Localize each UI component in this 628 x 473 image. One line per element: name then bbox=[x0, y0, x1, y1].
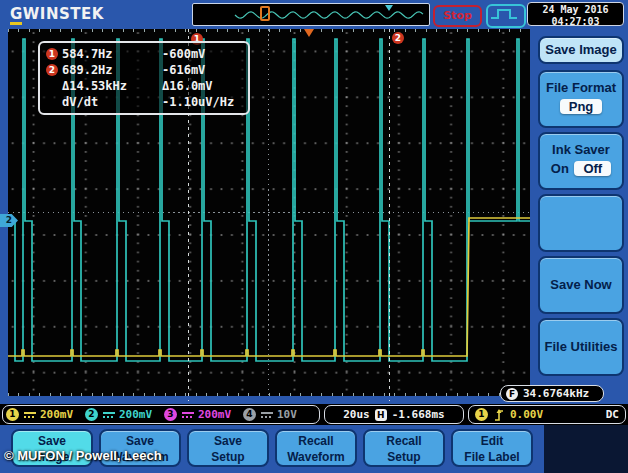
channel2-scale: 200mV bbox=[119, 408, 152, 421]
cursor1-marker-icon: 1 bbox=[46, 48, 58, 60]
channel2-badge: 2 bbox=[85, 408, 98, 421]
channel1-badge: 1 bbox=[6, 408, 19, 421]
recall-waveform-menu-button[interactable]: Recall Waveform bbox=[275, 429, 357, 467]
dvdt-label: dV/dt bbox=[62, 94, 162, 110]
save-setup-menu-button[interactable]: Save Setup bbox=[187, 429, 269, 467]
measurement-overlay: 1 584.7Hz -600mV 2 689.2Hz -616mV Δ14.53… bbox=[38, 41, 250, 115]
cursor2-voltage: -616mV bbox=[162, 62, 242, 78]
watermark-credit: © MUFON / Powell, Leech bbox=[4, 448, 162, 463]
frequency-value: 34.6764kHz bbox=[523, 387, 589, 400]
trigger-source-badge: 1 bbox=[475, 408, 488, 421]
file-utilities-button[interactable]: File Utilities bbox=[538, 318, 624, 376]
cursor1-voltage: -600mV bbox=[162, 46, 242, 62]
dvdt-value: -1.10uV/Hz bbox=[162, 94, 242, 110]
cursor2-badge[interactable]: 2 bbox=[392, 32, 404, 44]
channel-settings-box: 1 200mV 2 200mV 3 200mV 4 10V bbox=[2, 405, 320, 424]
cursor2-frequency: 689.2Hz bbox=[62, 62, 162, 78]
trigger-status-box: 1 0.00V DC bbox=[468, 405, 626, 424]
ink-saver-on-option[interactable]: On bbox=[551, 161, 569, 176]
channel4-badge: 4 bbox=[243, 408, 256, 421]
trigger-position-marker[interactable] bbox=[304, 29, 314, 37]
pulse-icon bbox=[488, 6, 520, 22]
measurement-row: 1 584.7Hz -600mV bbox=[46, 46, 242, 62]
trigger-coupling-value: DC bbox=[606, 408, 619, 421]
delta-frequency: Δ14.53kHz bbox=[62, 78, 162, 94]
date-text: 24 May 2016 bbox=[528, 4, 623, 16]
button-label: Recall bbox=[277, 433, 355, 449]
frequency-badge-icon: F bbox=[506, 388, 518, 400]
button-label: Setup bbox=[365, 449, 443, 465]
menu-title-label: Save Image bbox=[545, 42, 617, 57]
file-utilities-label: File Utilities bbox=[545, 339, 618, 354]
cursor2-line[interactable] bbox=[389, 29, 390, 401]
time-text: 04:27:03 bbox=[528, 16, 623, 28]
button-label: Save bbox=[189, 433, 267, 449]
ink-saver-button[interactable]: Ink Saver On Off bbox=[538, 132, 624, 190]
button-label: Setup bbox=[189, 449, 267, 465]
delta-voltage: Δ16.0mV bbox=[162, 78, 242, 94]
ink-saver-off-option[interactable]: Off bbox=[574, 161, 611, 176]
file-format-button[interactable]: File Format Png bbox=[538, 70, 624, 128]
graticule-area: 1 2 2 1 584.7Hz -600mV 2 689.2Hz -616mV … bbox=[8, 29, 530, 396]
channel3-scale: 200mV bbox=[198, 408, 231, 421]
dc-coupling-icon bbox=[24, 411, 36, 419]
channel3-status[interactable]: 3 200mV bbox=[161, 408, 240, 421]
channel4-status[interactable]: 4 10V bbox=[240, 408, 319, 421]
blank-menu-button[interactable] bbox=[538, 194, 624, 252]
dc-coupling-icon bbox=[182, 411, 194, 419]
trigger-level-value: 0.00V bbox=[510, 408, 543, 421]
button-label: Save bbox=[101, 433, 179, 449]
timebase-box: 20us H -1.668ms bbox=[324, 405, 464, 424]
run-state-indicator[interactable]: Stop bbox=[433, 5, 482, 27]
oscilloscope-screen: GWINSTEK Stop 24 May 2016 04:27:03 bbox=[0, 0, 628, 473]
save-now-label: Save Now bbox=[550, 277, 611, 292]
edit-file-label-menu-button[interactable]: Edit File Label bbox=[451, 429, 533, 467]
measurement-row: 2 689.2Hz -616mV bbox=[46, 62, 242, 78]
status-bar: 1 200mV 2 200mV 3 200mV 4 10V 20us H bbox=[0, 404, 628, 425]
save-now-button[interactable]: Save Now bbox=[538, 256, 624, 314]
horizontal-position-value: -1.668ms bbox=[392, 408, 445, 421]
timebase-value: 20us bbox=[343, 408, 370, 421]
channel4-scale: 10V bbox=[277, 408, 297, 421]
cursor1-frequency: 584.7Hz bbox=[62, 46, 162, 62]
trigger-frequency-readout: F 34.6764kHz bbox=[500, 385, 604, 402]
recall-setup-menu-button[interactable]: Recall Setup bbox=[363, 429, 445, 467]
channel1-status[interactable]: 1 200mV bbox=[3, 408, 82, 421]
button-label: Save bbox=[13, 433, 91, 449]
button-label: Waveform bbox=[277, 449, 355, 465]
trigger-pulse-button[interactable] bbox=[486, 4, 526, 28]
file-format-label: File Format bbox=[540, 80, 622, 95]
ink-saver-label: Ink Saver bbox=[540, 142, 622, 157]
button-label: Recall bbox=[365, 433, 443, 449]
brand-logo: GWINSTEK bbox=[10, 5, 104, 23]
measurement-row: dV/dt -1.10uV/Hz bbox=[46, 94, 242, 110]
button-label: Edit bbox=[453, 433, 531, 449]
preview-waveform-icon bbox=[193, 4, 427, 23]
bottom-right-panel bbox=[544, 425, 628, 473]
rising-edge-icon bbox=[494, 408, 504, 422]
channel1-scale: 200mV bbox=[40, 408, 73, 421]
horizontal-position-badge-icon: H bbox=[375, 409, 387, 421]
channel2-status[interactable]: 2 200mV bbox=[82, 408, 161, 421]
button-label: File Label bbox=[453, 449, 531, 465]
dc-coupling-icon bbox=[103, 411, 115, 419]
dc-coupling-icon bbox=[261, 411, 273, 419]
channel3-badge: 3 bbox=[164, 408, 177, 421]
acquisition-preview-strip bbox=[192, 3, 430, 26]
menu-title-save-image: Save Image bbox=[538, 36, 624, 64]
date-time-display: 24 May 2016 04:27:03 bbox=[527, 2, 624, 26]
brand-logo-underline bbox=[10, 22, 22, 25]
channel1-trace bbox=[8, 218, 530, 356]
cursor2-marker-icon: 2 bbox=[46, 64, 58, 76]
top-bar: GWINSTEK Stop 24 May 2016 04:27:03 bbox=[0, 0, 628, 28]
measurement-row: Δ14.53kHz Δ16.0mV bbox=[46, 78, 242, 94]
file-format-value: Png bbox=[560, 99, 603, 114]
